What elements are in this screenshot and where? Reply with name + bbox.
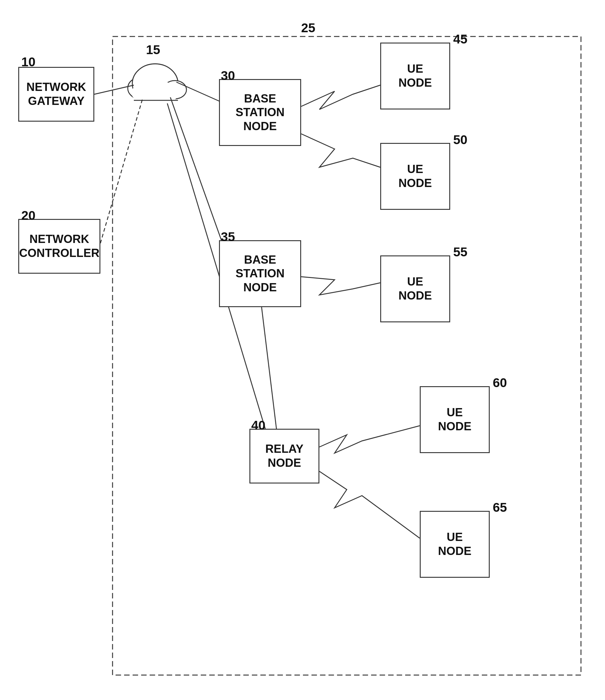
label-20: 20: [21, 208, 35, 223]
base-station-35-label: BASESTATIONNODE: [236, 253, 284, 295]
label-50: 50: [453, 132, 467, 147]
svg-point-5: [131, 81, 179, 105]
ue-node-50: UENODE: [380, 143, 450, 210]
ue-node-45: UENODE: [380, 43, 450, 109]
svg-point-1: [132, 64, 178, 103]
diagram-container: 25 NETWORKGATEWAY 10 NETWORKCONTROLLER 2…: [12, 12, 593, 688]
label-65: 65: [493, 500, 507, 515]
ue-node-50-label: UENODE: [398, 162, 432, 190]
network-controller-label: NETWORKCONTROLLER: [19, 232, 99, 260]
network-controller-node: NETWORKCONTROLLER: [18, 219, 100, 274]
label-30: 30: [221, 69, 235, 83]
ue-node-55: UENODE: [380, 255, 450, 322]
label-35: 35: [221, 230, 235, 244]
label-25: 25: [301, 21, 315, 35]
network-gateway-label: NETWORKGATEWAY: [26, 80, 86, 108]
svg-point-3: [132, 64, 178, 103]
label-45: 45: [453, 32, 467, 47]
connections-svg: [12, 12, 593, 688]
network-gateway-node: NETWORKGATEWAY: [18, 67, 94, 122]
label-60: 60: [493, 376, 507, 390]
base-station-35-node: BASESTATIONNODE: [219, 240, 301, 307]
base-station-30-label: BASESTATIONNODE: [236, 92, 284, 133]
svg-line-7: [94, 85, 134, 94]
ue-node-65-label: UENODE: [438, 530, 471, 558]
ue-node-60-label: UENODE: [438, 406, 471, 433]
relay-node-40-label: RELAYNODE: [265, 442, 303, 470]
label-40: 40: [251, 418, 266, 433]
svg-line-11: [100, 97, 143, 243]
label-15: 15: [146, 43, 160, 57]
base-station-30-node: BASESTATIONNODE: [219, 79, 301, 146]
ue-node-60: UENODE: [420, 386, 490, 453]
svg-rect-0: [113, 36, 581, 675]
svg-line-12: [262, 307, 277, 432]
svg-point-2: [128, 78, 152, 99]
ue-node-55-label: UENODE: [398, 275, 432, 303]
svg-point-4: [163, 81, 187, 99]
ue-node-65: UENODE: [420, 511, 490, 578]
label-55: 55: [453, 245, 467, 259]
ue-node-45-label: UENODE: [398, 62, 432, 90]
relay-node-40: RELAYNODE: [249, 429, 319, 483]
label-10: 10: [21, 55, 35, 69]
